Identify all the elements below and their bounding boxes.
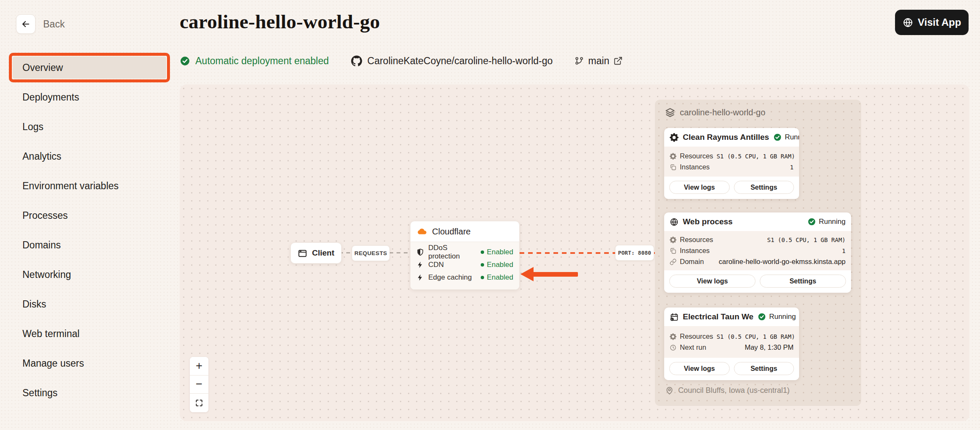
app-panel: caroline-hello-world-go Clean Raymus Ant… [655,100,861,406]
fit-view-button[interactable] [190,394,208,412]
globe-icon [903,17,913,28]
gear-icon [670,133,679,142]
process-title: Clean Raymus Antilles [683,133,769,142]
sidebar-item-logs[interactable]: Logs [0,112,170,142]
back-button[interactable] [16,14,36,34]
app-name-label: caroline-hello-world-go [680,108,765,117]
status-dot [481,263,484,267]
port-label: PORT: 8080 [615,245,654,261]
location-label: Council Bluffs, Iowa (us-central1) [678,386,790,395]
running-badge: Running [773,133,799,142]
datacenter-location: Council Bluffs, Iowa (us-central1) [665,386,790,395]
repository-label: CarolineKateCoyne/caroline-hello-world-g… [367,55,553,67]
sidebar-nav: Overview Deployments Logs Analytics Envi… [0,53,170,408]
sidebar-item-settings[interactable]: Settings [0,378,170,408]
view-logs-button[interactable]: View logs [669,362,730,375]
running-badge: Running [808,218,846,226]
app-name-row: caroline-hello-world-go [665,107,765,117]
view-logs-button[interactable]: View logs [669,181,730,194]
requests-label: REQUESTS [352,245,390,261]
status-dot [481,276,484,279]
link-icon [670,259,676,265]
cloudflare-feature-row: DDoS protection Enabled [416,246,513,259]
copies-icon [670,164,676,171]
back-label: Back [43,19,65,30]
running-badge: Running [758,313,796,321]
globe-icon [670,218,679,226]
check-circle-icon [180,56,190,66]
calendar-clock-icon [670,313,679,321]
deployment-diagram-canvas: Client REQUESTS Cloudflare DDoS protecti… [180,84,969,421]
zoom-in-button[interactable]: + [190,357,208,376]
sidebar-item-disks[interactable]: Disks [0,289,170,319]
cloudflare-card: Cloudflare DDoS protection Enabled CDN E… [410,221,520,290]
gear-small-icon [670,333,676,340]
repository-link[interactable]: CarolineKateCoyne/caroline-hello-world-g… [351,55,553,67]
settings-button[interactable]: Settings [734,181,794,194]
client-node: Client [290,242,342,264]
sidebar-item-manage-users[interactable]: Manage users [0,348,170,378]
status-bar: Automatic deployment enabled CarolineKat… [180,53,623,68]
process-title: Web process [683,217,803,226]
gear-small-icon [670,153,676,160]
sidebar-item-environment-variables[interactable]: Environment variables [0,171,170,201]
browser-window-icon [298,248,307,258]
cloudflare-cloud-icon [417,226,427,237]
sidebar-item-deployments[interactable]: Deployments [0,82,170,112]
copies-icon [670,248,676,254]
instances-row: Instances 1 [670,163,794,171]
branch-label: main [588,55,609,67]
resource-row: Resources S1 (0.5 CPU, 1 GB RAM) [670,152,794,160]
sidebar-item-domains[interactable]: Domains [0,230,170,260]
next-run-row: Next run May 8, 1:30 PM [670,343,794,351]
domain-row: Domain caroline-hello-world-go-ekmss.kin… [670,258,846,266]
sidebar-item-overview[interactable]: Overview [0,53,170,82]
bolt-icon [416,261,424,269]
bolt-icon [416,274,424,281]
process-card-electrical-taun-we: Electrical Taun We Running Resources S1 … [664,308,799,380]
clock-icon [670,344,676,351]
arrow-left-icon [21,19,31,29]
cloudflare-title: Cloudflare [432,227,471,237]
github-icon [351,55,362,67]
process-card-clean-raymus-antilles: Clean Raymus Antilles Running Resources … [664,128,799,199]
annotation-arrow [520,267,580,281]
zoom-out-button[interactable]: − [190,376,208,394]
visit-app-label: Visit App [918,16,961,28]
cloudflare-feature-row: Edge caching Enabled [416,271,513,284]
sidebar-item-processes[interactable]: Processes [0,201,170,230]
feature-status: Enabled [487,261,513,269]
client-label: Client [312,248,334,258]
layers-icon [665,107,675,117]
branch-link[interactable]: main [575,55,623,67]
auto-deploy-label: Automatic deployment enabled [195,55,329,67]
feature-status: Enabled [487,273,513,282]
external-link-icon[interactable] [613,56,623,65]
instances-row: Instances 1 [670,247,846,255]
cloudflare-to-port-connection [520,252,615,254]
sidebar-item-web-terminal[interactable]: Web terminal [0,319,170,348]
process-title: Electrical Taun We [683,312,753,321]
view-logs-button[interactable]: View logs [669,275,756,288]
auto-deploy-status: Automatic deployment enabled [180,55,329,67]
resource-row: Resources S1 (0.5 CPU, 1 GB RAM) [670,236,846,244]
visit-app-button[interactable]: Visit App [895,10,969,35]
resource-row: Resources S1 (0.5 CPU, 1 GB RAM) [670,332,794,340]
git-branch-icon [575,56,584,65]
gear-small-icon [670,237,676,243]
location-pin-icon [665,386,674,395]
sidebar-item-analytics[interactable]: Analytics [0,142,170,171]
settings-button[interactable]: Settings [734,362,794,375]
status-dot [481,250,484,254]
shield-icon [416,248,424,256]
feature-status: Enabled [487,248,513,256]
process-card-web-process: Web process Running Resources S1 (0.5 CP… [664,212,851,293]
settings-button[interactable]: Settings [760,275,846,288]
page-title: caroline-hello-world-go [180,10,380,33]
sidebar-item-networking[interactable]: Networking [0,260,170,289]
canvas-zoom-controls: + − [190,357,208,412]
